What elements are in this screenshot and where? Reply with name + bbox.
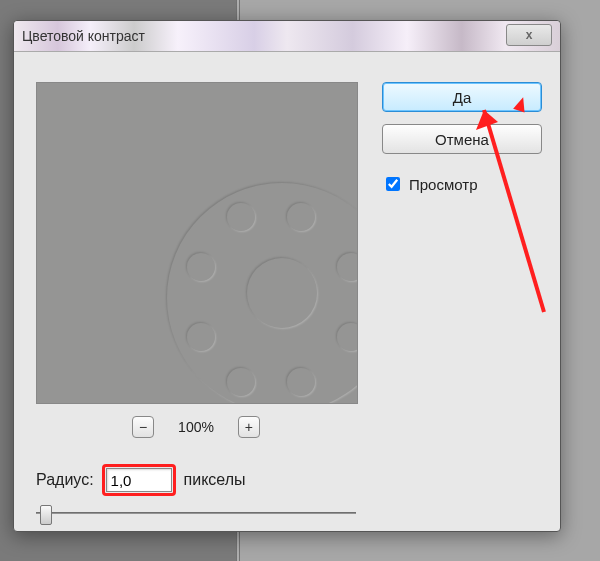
zoom-in-button[interactable]: + bbox=[238, 416, 260, 438]
button-column: Да Отмена Просмотр bbox=[382, 82, 542, 194]
emboss-detail bbox=[247, 258, 317, 328]
cancel-button[interactable]: Отмена bbox=[382, 124, 542, 154]
high-pass-dialog: Цветовой контраст x − 100% bbox=[13, 20, 561, 532]
emboss-detail bbox=[337, 323, 358, 351]
close-icon: x bbox=[526, 28, 533, 42]
radius-highlight bbox=[102, 464, 176, 496]
emboss-detail bbox=[287, 368, 315, 396]
plus-icon: + bbox=[245, 420, 253, 434]
preview-checkbox[interactable] bbox=[386, 177, 400, 191]
slider-thumb[interactable] bbox=[40, 505, 52, 525]
ok-button[interactable]: Да bbox=[382, 82, 542, 112]
dialog-body: − 100% + Радиус: пикселы Да Отмена bbox=[14, 52, 560, 531]
preview-checkbox-label: Просмотр bbox=[409, 176, 478, 193]
radius-unit: пикселы bbox=[184, 471, 246, 489]
radius-row: Радиус: пикселы bbox=[36, 464, 246, 496]
emboss-detail bbox=[227, 368, 255, 396]
titlebar[interactable]: Цветовой контраст x bbox=[14, 21, 560, 52]
close-button[interactable]: x bbox=[506, 24, 552, 46]
preview-checkbox-row: Просмотр bbox=[382, 174, 542, 194]
minus-icon: − bbox=[139, 420, 147, 434]
slider-track-line bbox=[36, 512, 356, 514]
radius-slider[interactable] bbox=[36, 507, 356, 519]
emboss-detail bbox=[187, 323, 215, 351]
emboss-detail bbox=[337, 253, 358, 281]
preview-frame[interactable] bbox=[36, 82, 358, 404]
zoom-value: 100% bbox=[178, 419, 214, 435]
dialog-title: Цветовой контраст bbox=[14, 28, 145, 44]
zoom-out-button[interactable]: − bbox=[132, 416, 154, 438]
zoom-bar: − 100% + bbox=[36, 412, 356, 442]
emboss-detail bbox=[227, 203, 255, 231]
emboss-detail bbox=[187, 253, 215, 281]
emboss-detail bbox=[287, 203, 315, 231]
radius-input[interactable] bbox=[106, 468, 172, 492]
radius-label: Радиус: bbox=[36, 471, 94, 489]
preview-image bbox=[37, 83, 357, 403]
ok-label: Да bbox=[453, 89, 472, 106]
cancel-label: Отмена bbox=[435, 131, 489, 148]
